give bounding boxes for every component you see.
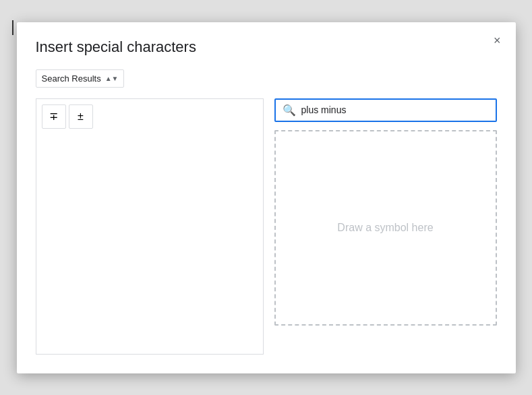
dialog-title: Insert special characters	[36, 38, 497, 56]
symbol-minus-or-plus[interactable]: ∓	[42, 104, 66, 129]
dropdown-label: Search Results	[42, 73, 101, 84]
symbol-plus-minus[interactable]: ±	[69, 104, 93, 129]
chevron-down-icon: ▲▼	[105, 75, 119, 82]
dropdown-row: Search Results ▲▼	[36, 69, 497, 88]
cursor-line	[12, 20, 13, 35]
right-panel: 🔍 Draw a symbol here	[274, 98, 497, 355]
draw-symbol-area[interactable]: Draw a symbol here	[274, 130, 497, 326]
page-wrapper: Insert special characters × Search Resul…	[0, 0, 532, 395]
content-area: ∓ ± 🔍 Draw a symbol here	[36, 98, 497, 355]
search-input[interactable]	[301, 104, 489, 115]
category-dropdown[interactable]: Search Results ▲▼	[36, 69, 125, 88]
close-button[interactable]: ×	[490, 32, 505, 49]
dialog: Insert special characters × Search Resul…	[17, 22, 516, 373]
symbol-grid: ∓ ±	[36, 98, 264, 355]
search-icon: 🔍	[283, 104, 296, 117]
draw-symbol-placeholder: Draw a symbol here	[337, 222, 433, 234]
search-box: 🔍	[274, 98, 497, 122]
